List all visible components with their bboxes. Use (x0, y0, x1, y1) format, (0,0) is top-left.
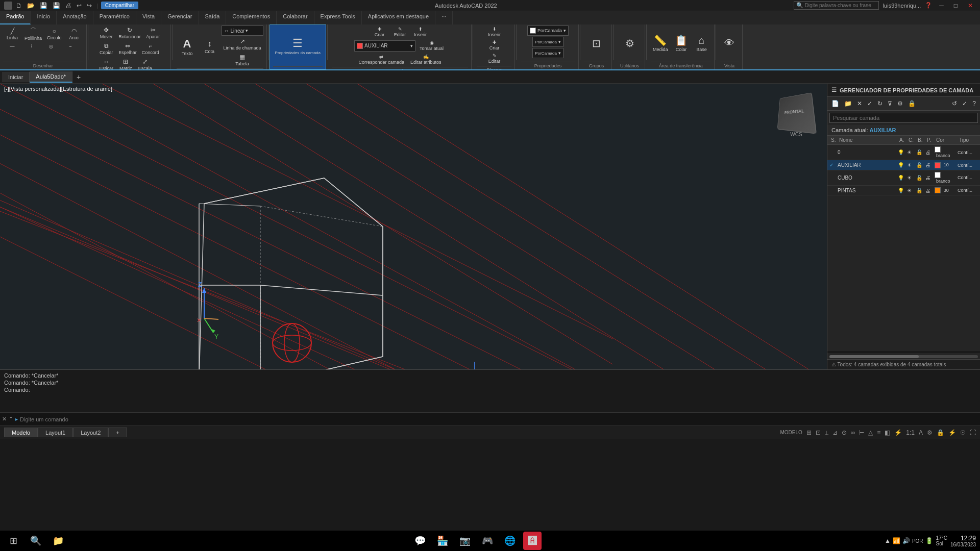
qa-open[interactable]: 📂 (26, 1, 36, 10)
qa-undo[interactable]: ↩ (75, 1, 83, 10)
taskbar-edge[interactable]: 🌐 (501, 532, 519, 550)
tab-layout1[interactable]: Layout1 (38, 428, 73, 437)
qa-saveas[interactable]: 💾 (51, 1, 62, 10)
btn-linha[interactable]: ╱ Linha (3, 27, 21, 41)
tab-gerenciar[interactable]: Gerenciar (161, 11, 199, 24)
layer-search-input[interactable] (829, 113, 978, 123)
cmd-close-icon[interactable]: ✕ (2, 416, 7, 422)
btn-polilinha[interactable]: ⌒ Polilinha (22, 26, 44, 42)
lm-btn-delete[interactable]: ✕ (855, 99, 864, 108)
help-icon[interactable]: ❓ (925, 2, 932, 9)
snap-toggle[interactable]: ⊡ (816, 429, 821, 436)
tab-colaborar[interactable]: Colaborar (277, 11, 314, 24)
share-button[interactable]: Compartilhar (101, 2, 138, 9)
tray-network[interactable]: 📶 (893, 537, 900, 544)
btn-circulo[interactable]: ○ Círculo (45, 27, 64, 41)
grid-toggle[interactable]: ⊞ (806, 429, 812, 436)
ortho-toggle[interactable]: ⟂ (825, 429, 828, 436)
hardware-icon[interactable]: ⚡ (948, 429, 956, 436)
workspace-selector[interactable]: ⚙ (927, 429, 933, 436)
btn-inserir-camada[interactable]: ⬆ Inserir (411, 26, 430, 38)
prop-porcamada-1[interactable]: PorCamada ▾ (527, 26, 569, 36)
qa-save[interactable]: 💾 (38, 1, 49, 10)
taskbar-chat[interactable]: 💬 (411, 532, 429, 550)
tab-layout2[interactable]: Layout2 (73, 428, 108, 437)
layer-row-auxiliar[interactable]: ✓ AUXILIAR 💡 ☀ 🔓 🖨 10 Contí... (827, 160, 980, 170)
tab-aula5dado[interactable]: Aula5Dado* (30, 71, 72, 83)
btn-circ2[interactable]: ◎ (42, 43, 60, 50)
btn-escala[interactable]: ⤢ Escala (136, 57, 154, 69)
btn-utilitario[interactable]: ⚙ (621, 36, 639, 51)
lw-toggle[interactable]: ≡ (877, 429, 880, 436)
linear-dropdown[interactable]: ↔ Linear ▾ (222, 26, 263, 36)
btn-base[interactable]: ⌂ Base (693, 34, 711, 53)
btn-grupo[interactable]: ⊡ (587, 36, 606, 51)
lock-icon[interactable]: 🔒 (937, 429, 944, 436)
tab-inicio[interactable]: Inicio (31, 11, 57, 24)
lm-btn-filter[interactable]: ⊽ (886, 99, 894, 108)
btn-arco2[interactable]: ⌣ (61, 42, 80, 50)
btn-esticar[interactable]: ↔ Esticar (97, 57, 115, 69)
btn-poly2[interactable]: ⌇ (22, 43, 41, 50)
qa-redo[interactable]: ↪ (85, 1, 93, 10)
tab-extra[interactable]: ··· (435, 11, 453, 24)
nav-cube-visual[interactable]: FRONTAL (777, 92, 817, 134)
btn-tabela[interactable]: ▦ Tabela (222, 53, 263, 67)
lm-btn-settings[interactable]: ⚙ (895, 99, 905, 108)
qa-new[interactable]: 🗋 (14, 1, 23, 10)
dyn-toggle[interactable]: △ (868, 429, 873, 436)
otrack-toggle[interactable]: ∞ (851, 429, 855, 436)
tab-vista[interactable]: Vista (136, 11, 161, 24)
osnap-toggle[interactable]: ⊙ (842, 429, 847, 436)
lm-btn-help[interactable]: ? (970, 99, 978, 108)
btn-linha2[interactable]: — (3, 43, 21, 50)
drawing-canvas[interactable]: Z Y ✕ (0, 84, 827, 369)
lm-btn-ok[interactable]: ✓ (960, 99, 969, 108)
layer-row-cubo[interactable]: CUBO 💡 ☀ 🔓 🖨 branco Contí... (827, 170, 980, 186)
command-input-field[interactable] (20, 416, 978, 422)
start-button[interactable]: ⊞ (4, 532, 22, 550)
scale-toggle[interactable]: 1:1 (906, 429, 915, 436)
tab-aplicativos[interactable]: Aplicativos em destaque (362, 11, 435, 24)
btn-editar-atributos[interactable]: ✍ Editar atributos (408, 53, 444, 66)
lm-btn-refresh[interactable]: ↻ (875, 99, 885, 108)
btn-criar-bloco[interactable]: ✚ Criar (485, 39, 504, 52)
lm-btn-refresh2[interactable]: ↺ (950, 99, 959, 108)
nav-cube[interactable]: FRONTAL WCS (776, 94, 817, 135)
maximize-button[interactable]: □ (951, 2, 961, 9)
tray-up-icon[interactable]: ▲ (885, 537, 891, 544)
cmd-expand-icon[interactable]: ⌃ (9, 416, 13, 422)
btn-editar-camada[interactable]: ✎ Editar (391, 26, 409, 38)
lm-btn-lock[interactable]: 🔒 (906, 99, 918, 108)
transparency-toggle[interactable]: ◧ (885, 429, 890, 436)
isolate-icon[interactable]: ☉ (960, 429, 966, 436)
search-input[interactable] (805, 3, 876, 8)
taskbar-autocad[interactable]: 🅰 (523, 532, 542, 550)
btn-cota[interactable]: ↕ Cota (199, 31, 220, 62)
layer-row-0[interactable]: 0 💡 ☀ 🔓 🖨 branco Contí... (827, 145, 980, 160)
qa-print[interactable]: 🖨 (64, 1, 73, 10)
tab-saida[interactable]: Saída (199, 11, 227, 24)
taskbar-photos[interactable]: 📷 (456, 532, 474, 550)
lm-btn-new[interactable]: 📄 (829, 99, 841, 108)
btn-editar-bloco[interactable]: ✎ Editar (485, 52, 504, 65)
btn-medida[interactable]: 📏 Medida (651, 33, 670, 53)
lm-scroll-track[interactable] (829, 355, 978, 358)
btn-concord[interactable]: ⌐ Concord (140, 41, 161, 56)
taskbar-files[interactable]: 📁 (49, 532, 67, 550)
btn-colar[interactable]: 📋 Colar (672, 33, 691, 53)
close-button[interactable]: ✕ (965, 2, 976, 9)
tab-iniciar[interactable]: Iniciar (2, 72, 30, 82)
prop-porcamada-3[interactable]: PorCamada ▾ (532, 48, 564, 58)
tab-expresstools[interactable]: Express Tools (314, 11, 362, 24)
tray-language[interactable]: POR (912, 538, 923, 544)
tab-add-layout[interactable]: + (108, 428, 127, 437)
tray-battery[interactable]: 🔋 (925, 537, 933, 544)
tab-modelo[interactable]: Modelo (4, 428, 38, 437)
lm-btn-folder[interactable]: 📁 (842, 99, 854, 108)
tab-parametrico[interactable]: Paramétrico (93, 11, 136, 24)
search-box[interactable]: 🔍 (794, 1, 879, 10)
btn-espelhar[interactable]: ⇔ Espelhar (116, 41, 139, 56)
tab-add-button[interactable]: + (72, 71, 85, 83)
clock[interactable]: 12:29 16/03/2023 (950, 535, 976, 547)
